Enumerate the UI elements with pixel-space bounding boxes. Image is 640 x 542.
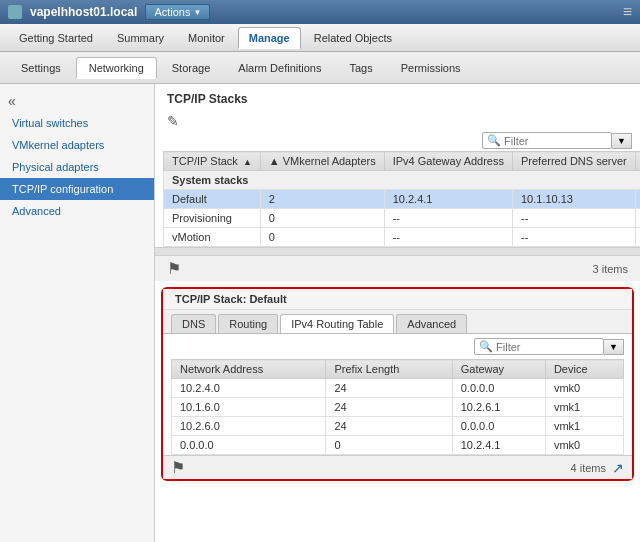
inner-tab-advanced[interactable]: Advanced: [396, 314, 467, 333]
col-stack[interactable]: TCP/IP Stack ▲: [164, 152, 261, 171]
cell-prefix: 24: [326, 398, 452, 417]
cell-alternate-dns: --: [635, 209, 640, 228]
cell-preferred-dns: --: [512, 209, 635, 228]
subtab-permissions[interactable]: Permissions: [388, 57, 474, 79]
col-gateway[interactable]: Gateway: [452, 360, 545, 379]
inner-tab-dns[interactable]: DNS: [171, 314, 216, 333]
right-content: TCP/IP Stacks ✎ 🔍 ▼ TCP/IP Stack ▲: [155, 84, 640, 542]
system-stacks-header-row: System stacks: [164, 171, 641, 190]
subtab-alarm-definitions[interactable]: Alarm Definitions: [225, 57, 334, 79]
col-preferred-dns[interactable]: Preferred DNS server: [512, 152, 635, 171]
cell-stack: vMotion: [164, 228, 261, 247]
sidebar-item-tcp-ip-config[interactable]: TCP/IP configuration: [0, 178, 154, 200]
sub-tabs: Settings Networking Storage Alarm Defini…: [0, 52, 640, 84]
table-row[interactable]: 0.0.0.0 0 10.2.4.1 vmk0: [172, 436, 624, 455]
inner-tab-routing[interactable]: Routing: [218, 314, 278, 333]
cell-ipv4: --: [384, 228, 512, 247]
tab-related-objects[interactable]: Related Objects: [303, 27, 403, 49]
table-row[interactable]: Provisioning 0 -- -- --: [164, 209, 641, 228]
scrollbar[interactable]: [155, 247, 640, 255]
tcpip-filter-bar: 🔍: [482, 132, 612, 149]
stack-detail-section: TCP/IP Stack: Default DNS Routing IPv4 R…: [161, 287, 634, 481]
cell-ipv4: 10.2.4.1: [384, 190, 512, 209]
cell-device: vmk0: [545, 379, 623, 398]
sort-asc-icon: ▲: [243, 157, 252, 167]
sidebar-collapse-button[interactable]: «: [0, 90, 154, 112]
table-row[interactable]: 10.2.4.0 24 0.0.0.0 vmk0: [172, 379, 624, 398]
cell-network: 10.1.6.0: [172, 398, 326, 417]
actions-button[interactable]: Actions ▼: [145, 4, 210, 20]
sidebar: « Virtual switches VMkernel adapters Phy…: [0, 84, 155, 542]
toolbar: ✎: [155, 110, 640, 132]
tab-summary[interactable]: Summary: [106, 27, 175, 49]
search-icon: 🔍: [487, 134, 501, 147]
cell-alternate-dns: --: [635, 228, 640, 247]
tab-manage[interactable]: Manage: [238, 27, 301, 49]
tcpip-filter-dropdown[interactable]: ▼: [612, 133, 632, 149]
cell-network: 10.2.4.0: [172, 379, 326, 398]
tab-monitor[interactable]: Monitor: [177, 27, 236, 49]
subtab-storage[interactable]: Storage: [159, 57, 224, 79]
routing-status-icon: ⚑: [171, 458, 185, 477]
cell-gateway: 0.0.0.0: [452, 417, 545, 436]
routing-item-count: 4 items: [571, 462, 606, 474]
cell-network: 0.0.0.0: [172, 436, 326, 455]
sidebar-item-physical-adapters[interactable]: Physical adapters: [0, 156, 154, 178]
stack-detail-title: TCP/IP Stack: Default: [163, 289, 632, 310]
table-row[interactable]: Default 2 10.2.4.1 10.1.10.13 10.1.10.12: [164, 190, 641, 209]
cell-stack: Provisioning: [164, 209, 261, 228]
col-alternate-dns[interactable]: Alternate DNS server: [635, 152, 640, 171]
tcpip-table: TCP/IP Stack ▲ ▲ VMkernel Adapters IPv4 …: [163, 151, 640, 247]
inner-tabs: DNS Routing IPv4 Routing Table Advanced: [163, 310, 632, 334]
inner-tab-ipv4-routing-table[interactable]: IPv4 Routing Table: [280, 314, 394, 333]
cell-device: vmk0: [545, 436, 623, 455]
cell-ipv4: --: [384, 209, 512, 228]
cell-device: vmk1: [545, 417, 623, 436]
vm-icon: [8, 5, 22, 19]
tcpip-item-count: 3 items: [593, 263, 628, 275]
col-vmkernel[interactable]: ▲ VMkernel Adapters: [260, 152, 384, 171]
col-prefix-length[interactable]: Prefix Length: [326, 360, 452, 379]
menu-icon[interactable]: ≡: [623, 3, 632, 21]
title-bar: vapelhhost01.local Actions ▼ ≡: [0, 0, 640, 24]
main-content: « Virtual switches VMkernel adapters Phy…: [0, 84, 640, 542]
routing-filter-bar: 🔍 ▼: [163, 334, 632, 359]
subtab-settings[interactable]: Settings: [8, 57, 74, 79]
cell-prefix: 0: [326, 436, 452, 455]
nav-tabs: Getting Started Summary Monitor Manage R…: [0, 24, 640, 52]
cell-alternate-dns: 10.1.10.12: [635, 190, 640, 209]
cell-vmkernel: 2: [260, 190, 384, 209]
sidebar-item-vmkernel-adapters[interactable]: VMkernel adapters: [0, 134, 154, 156]
edit-icon[interactable]: ✎: [167, 113, 179, 129]
col-ipv4[interactable]: IPv4 Gateway Address: [384, 152, 512, 171]
tcpip-filter-input[interactable]: [504, 135, 574, 147]
col-device[interactable]: Device: [545, 360, 623, 379]
subtab-tags[interactable]: Tags: [336, 57, 385, 79]
cell-preferred-dns: --: [512, 228, 635, 247]
tcpip-status-bar: ⚑ 3 items: [155, 255, 640, 281]
table-row[interactable]: vMotion 0 -- -- --: [164, 228, 641, 247]
routing-table: Network Address Prefix Length Gateway De…: [171, 359, 624, 455]
cell-preferred-dns: 10.1.10.13: [512, 190, 635, 209]
actions-chevron-icon: ▼: [193, 8, 201, 17]
sidebar-item-virtual-switches[interactable]: Virtual switches: [0, 112, 154, 134]
title-bar-left: vapelhhost01.local Actions ▼: [8, 4, 210, 20]
col-network-address[interactable]: Network Address: [172, 360, 326, 379]
subtab-networking[interactable]: Networking: [76, 57, 157, 79]
routing-filter-dropdown[interactable]: ▼: [604, 339, 624, 355]
cell-prefix: 24: [326, 417, 452, 436]
cell-vmkernel: 0: [260, 228, 384, 247]
cell-device: vmk1: [545, 398, 623, 417]
sidebar-item-advanced[interactable]: Advanced: [0, 200, 154, 222]
routing-table-container: Network Address Prefix Length Gateway De…: [163, 359, 632, 455]
cell-network: 10.2.6.0: [172, 417, 326, 436]
system-stacks-label: System stacks: [164, 171, 641, 190]
table-row[interactable]: 10.2.6.0 24 0.0.0.0 vmk1: [172, 417, 624, 436]
table-row[interactable]: 10.1.6.0 24 10.2.6.1 vmk1: [172, 398, 624, 417]
status-icon: ⚑: [167, 259, 181, 278]
title-hostname: vapelhhost01.local: [30, 5, 137, 19]
navigate-icon[interactable]: ↗: [612, 460, 624, 476]
routing-filter-input[interactable]: [496, 341, 566, 353]
tab-getting-started[interactable]: Getting Started: [8, 27, 104, 49]
cell-gateway: 10.2.4.1: [452, 436, 545, 455]
